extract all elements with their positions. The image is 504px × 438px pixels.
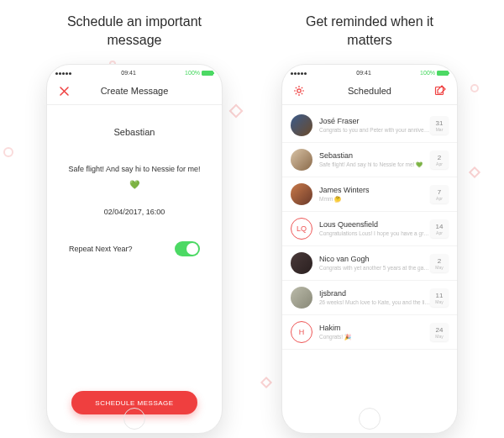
list-item[interactable]: SebastianSafe flight! And say hi to Ness… (282, 143, 457, 177)
status-bar: 09:41 100% (282, 65, 457, 76)
message-preview: Congrats with yet another 5 years at the… (319, 265, 430, 272)
recipient-name[interactable]: Sebastian (114, 127, 155, 137)
list-item[interactable]: LQLous QueensfieldCongratulations Lous! … (282, 212, 457, 246)
contact-name: José Fraser (319, 117, 430, 125)
contact-name: Lous Queensfield (319, 220, 430, 229)
date-badge: 2Apr (430, 150, 449, 169)
contact-name: Hakim (319, 324, 430, 332)
message-emoji: 💚 (129, 180, 139, 189)
date-badge: 7Apr (430, 185, 449, 203)
phone-right: 09:41 100% Scheduled José FraserCongrats… (281, 64, 458, 434)
avatar (291, 252, 312, 274)
list-item[interactable]: Nico van GoghCongrats with yet another 5… (282, 246, 457, 281)
battery-percent: 100% (185, 70, 200, 76)
status-time: 09:41 (356, 70, 371, 76)
battery-percent: 100% (420, 70, 435, 76)
date-badge: 31Mar (430, 116, 449, 135)
message-preview: Congratulations Lous! I hope you have a … (319, 230, 430, 237)
list-item[interactable]: José FraserCongrats to you and Peter wit… (282, 108, 457, 143)
repeat-label: Repeat Next Year? (69, 245, 133, 253)
avatar (291, 183, 312, 205)
status-bar: ••••• 09:41 100% (47, 65, 222, 76)
contact-name: James Winters (319, 186, 430, 194)
date-badge: 24May (430, 323, 449, 341)
close-icon[interactable] (57, 84, 71, 98)
schedule-datetime[interactable]: 02/04/2017, 16:00 (104, 208, 165, 216)
scheduled-list: José FraserCongrats to you and Peter wit… (282, 105, 457, 350)
list-item[interactable]: Ijsbrand26 weeks! Much love to Kate, you… (282, 281, 457, 315)
compose-icon[interactable] (433, 84, 447, 98)
contact-name: Sebastian (319, 151, 430, 160)
date-badge: 11May (430, 288, 449, 307)
avatar (291, 114, 312, 136)
headline-left: Schedule an important message (67, 13, 202, 49)
contact-name: Nico van Gogh (319, 255, 430, 263)
message-preview: 26 weeks! Much love to Kate, you and the… (319, 299, 430, 306)
status-time: 09:41 (121, 70, 136, 76)
message-text[interactable]: Safe flight! And say hi to Nessie for me… (68, 164, 200, 175)
title-bar: Scheduled (282, 76, 457, 105)
message-preview: Mmm 🤔 (319, 196, 430, 203)
date-badge: 2May (430, 254, 449, 272)
message-preview: Safe flight! And say hi to Nessie for me… (319, 161, 430, 168)
svg-point-0 (297, 89, 301, 92)
gear-icon[interactable] (292, 84, 306, 98)
repeat-toggle[interactable] (175, 241, 200, 256)
avatar: H (291, 321, 312, 343)
headline-right: Get reminded when it matters (306, 13, 433, 49)
avatar (291, 149, 312, 171)
list-item[interactable]: HHakimCongrats! 🎉24May (282, 315, 457, 350)
title-bar: Create Message (47, 76, 222, 105)
list-item[interactable]: James WintersMmm 🤔7Apr (282, 177, 457, 212)
contact-name: Ijsbrand (319, 289, 430, 298)
avatar: LQ (291, 218, 312, 240)
home-button (123, 408, 145, 430)
date-badge: 14Apr (430, 219, 449, 238)
avatar (291, 287, 312, 309)
screen-title: Scheduled (348, 86, 391, 96)
message-preview: Congrats to you and Peter with your anni… (319, 127, 430, 134)
home-button (359, 408, 381, 430)
phone-left: ••••• 09:41 100% Create Message Sebastia… (46, 64, 223, 434)
screen-title: Create Message (101, 86, 169, 96)
message-preview: Congrats! 🎉 (319, 334, 430, 340)
